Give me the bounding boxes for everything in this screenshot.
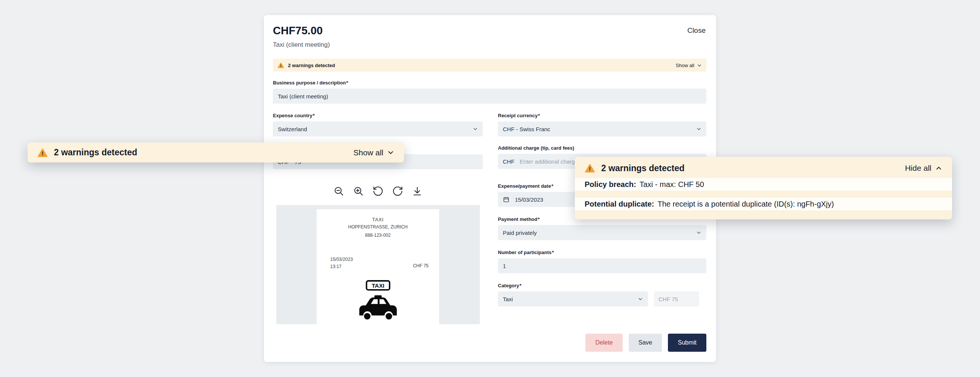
calendar-icon [503,196,510,203]
rotate-clockwise-button[interactable] [391,185,404,197]
download-button[interactable] [411,185,424,197]
receipt-currency-label: Receipt currency* [498,113,706,119]
receipt-phone: 888-123-002 [317,232,439,238]
receipt-time: 13:17 [330,263,353,270]
warning-item-policy-breach: Policy breach: Taxi - max: CHF 50 [575,178,952,191]
description-label: Business purpose / description* [273,80,706,86]
warning-item-potential-duplicate: Potential duplicate: The receipt is a po… [575,197,952,210]
warning-item-text: Taxi - max: CHF 50 [640,180,704,189]
receipt-currency-select[interactable]: CHF - Swiss Franc [498,121,706,137]
description-input[interactable] [273,89,706,104]
chevron-up-icon [935,165,942,172]
close-button[interactable]: Close [686,24,706,37]
show-all-label: Show all [676,63,694,68]
participants-label: Number of participants* [498,250,706,256]
warnings-banner-callout: 2 warnings detected Show all [27,143,404,162]
zoom-out-button[interactable] [332,185,345,197]
category-field: Category* Taxi CHF 75 [498,283,706,307]
warnings-panel-callout: 2 warnings detected Hide all Policy brea… [575,157,952,220]
country-currency-row: Expense country* Switzerland Receipt cur… [273,113,706,137]
participants-field: Number of participants* [498,250,706,273]
description-field: Business purpose / description* [273,80,706,104]
warning-item-text: The receipt is a potential duplicate (ID… [657,200,834,208]
expense-date-value: 15/03/2023 [515,196,543,203]
additional-charge-currency-prefix: CHF [503,158,514,165]
modal-footer: Delete Save Submit [273,334,706,352]
category-amount-hint: CHF 75 [654,291,699,307]
modal-header-text: CHF75.00 Taxi (client meeting) [273,24,330,49]
warning-icon [277,62,284,68]
chevron-down-icon [696,230,702,235]
expense-country-label: Expense country* [273,113,483,119]
hide-all-warnings-toggle[interactable]: Hide all [905,164,942,173]
payment-method-value: Paid privately [503,230,537,236]
rotate-counterclockwise-button[interactable] [372,185,385,197]
chevron-down-icon [697,63,702,68]
taxi-icon: TAXI [353,279,403,324]
app-background: CHF75.00 Taxi (client meeting) Close 2 w… [0,0,980,377]
warning-item-label: Potential duplicate: [585,200,654,208]
submit-button[interactable]: Submit [668,334,706,352]
additional-charge-label: Additional charge (tip, card fees) [498,145,706,151]
chevron-down-icon [638,296,643,302]
receipt-datetime: 15/03/2023 13:17 [330,256,353,270]
receipt-currency-field: Receipt currency* CHF - Swiss Franc [498,113,706,137]
participants-input[interactable] [498,258,706,273]
receipt-date: 15/03/2023 [330,256,353,263]
category-select[interactable]: Taxi [498,291,648,307]
chevron-down-icon [473,126,478,132]
svg-text:TAXI: TAXI [372,282,385,289]
warning-icon [585,163,595,173]
receipt-viewer-toolbar [273,185,483,197]
receipt-address: HOPFENSTRASSE, ZURICH [317,224,439,230]
expense-country-select[interactable]: Switzerland [273,121,483,137]
callout-show-all-toggle[interactable]: Show all [353,148,394,157]
expense-amount-title: CHF75.00 [273,24,330,37]
category-row: Taxi CHF 75 [498,291,706,307]
modal-header: CHF75.00 Taxi (client meeting) Close [273,24,706,49]
category-label: Category* [498,283,706,289]
receipt-image: TAXI HOPFENSTRASSE, ZURICH 888-123-002 1… [317,209,439,324]
warnings-banner: 2 warnings detected Show all [273,59,706,72]
chevron-down-icon [387,149,394,156]
receipt-currency-value: CHF - Swiss Franc [503,126,550,132]
hide-all-label: Hide all [905,164,931,173]
expense-country-field: Expense country* Switzerland [273,113,483,137]
warnings-banner-text: 2 warnings detected [288,63,335,68]
callout-warnings-text: 2 warnings detected [54,147,137,157]
receipt-amount: CHF 75 [413,263,429,269]
receipt-merchant: TAXI [317,209,439,223]
receipt-column: CHF [273,145,483,324]
save-button[interactable]: Save [629,334,662,352]
payment-method-field: Payment method* Paid privately [498,216,706,240]
show-all-warnings-toggle[interactable]: Show all [676,63,702,68]
receipt-preview-area: TAXI HOPFENSTRASSE, ZURICH 888-123-002 1… [276,205,480,324]
zoom-in-button[interactable] [352,185,365,197]
category-value: Taxi [503,296,513,302]
delete-button[interactable]: Delete [585,334,622,352]
payment-method-select[interactable]: Paid privately [498,225,706,240]
warning-item-label: Policy breach: [585,180,636,189]
expense-country-value: Switzerland [278,126,307,132]
expense-subtitle: Taxi (client meeting) [273,41,330,49]
warning-icon [37,147,48,158]
chevron-down-icon [696,126,702,132]
warnings-panel-header: 2 warnings detected Hide all [575,161,952,176]
callout-show-all-label: Show all [353,148,383,157]
warnings-panel-title: 2 warnings detected [601,163,684,173]
